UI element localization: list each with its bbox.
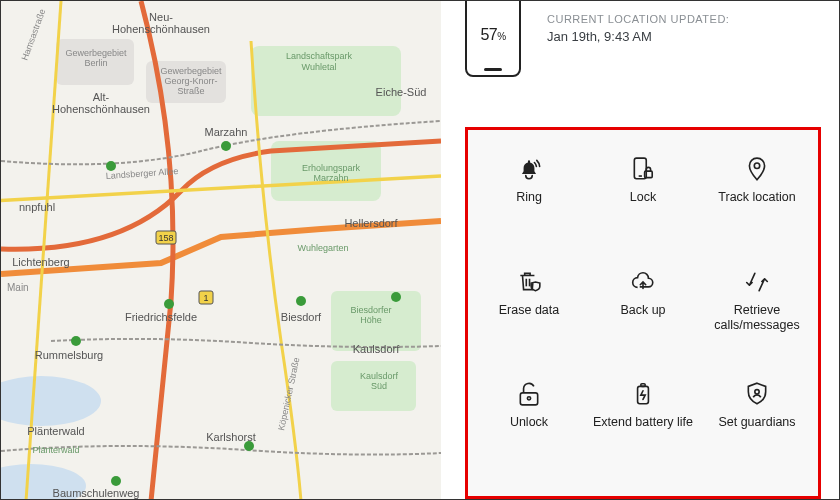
unlock-button[interactable]: Unlock (472, 377, 586, 484)
svg-point-66 (755, 390, 759, 394)
svg-text:Marzahn: Marzahn (205, 126, 248, 138)
svg-text:Karlshorst: Karlshorst (206, 431, 256, 443)
svg-text:Höhe: Höhe (360, 315, 382, 325)
svg-text:1: 1 (203, 293, 208, 303)
svg-text:Erholungspark: Erholungspark (302, 163, 361, 173)
svg-text:Marzahn: Marzahn (313, 173, 348, 183)
svg-text:158: 158 (158, 233, 173, 243)
retrieve-calls-button[interactable]: Retrieve calls/messages (700, 265, 814, 372)
svg-point-59 (754, 163, 759, 168)
backup-button[interactable]: Back up (586, 265, 700, 372)
svg-point-16 (111, 476, 121, 486)
map-canvas: 158 1 Neu- Hohenschönhausen Gewerbegebie… (1, 1, 441, 499)
side-pane: 57% CURRENT LOCATION UPDATED: Jan 19th, … (441, 1, 839, 499)
svg-text:Süd: Süd (371, 381, 387, 391)
ring-icon (516, 156, 542, 182)
svg-rect-65 (641, 384, 645, 387)
svg-text:Wuhletal: Wuhletal (302, 62, 337, 72)
svg-text:Hellersdorf: Hellersdorf (344, 217, 398, 229)
track-location-button[interactable]: Track location (700, 152, 814, 259)
location-pin-icon (744, 156, 770, 182)
svg-text:Kaulsdorf: Kaulsdorf (353, 343, 400, 355)
svg-point-12 (296, 296, 306, 306)
svg-text:Berlin: Berlin (84, 58, 107, 68)
unlock-icon (516, 381, 542, 407)
svg-text:Landschaftspark: Landschaftspark (286, 51, 353, 61)
svg-text:Straße: Straße (177, 86, 204, 96)
svg-text:Biesdorfer: Biesdorfer (350, 305, 391, 315)
svg-text:Main: Main (7, 282, 29, 293)
location-updated-time: Jan 19th, 9:43 AM (547, 29, 729, 44)
svg-text:Hohenschönhausen: Hohenschönhausen (52, 103, 150, 115)
location-meta: CURRENT LOCATION UPDATED: Jan 19th, 9:43… (547, 13, 729, 44)
svg-text:Neu-: Neu- (149, 11, 173, 23)
trash-shield-icon (516, 269, 542, 295)
svg-point-14 (71, 336, 81, 346)
svg-text:Eiche-Süd: Eiche-Süd (376, 86, 427, 98)
svg-text:Gewerbegebiet: Gewerbegebiet (160, 66, 222, 76)
battery-icon (630, 381, 656, 407)
svg-text:Alt-: Alt- (93, 91, 110, 103)
svg-text:Rummelsburg: Rummelsburg (35, 349, 103, 361)
remote-actions-panel: Ring Lock Track location E (465, 127, 821, 499)
svg-text:Hohenschönhausen: Hohenschönhausen (112, 23, 210, 35)
svg-point-10 (221, 141, 231, 151)
svg-text:nnpfuhl: nnpfuhl (19, 201, 55, 213)
svg-text:Gewerbegebiet: Gewerbegebiet (65, 48, 127, 58)
svg-text:Kaulsdorf: Kaulsdorf (360, 371, 399, 381)
extend-battery-button[interactable]: Extend battery life (586, 377, 700, 484)
device-status-row: 57% CURRENT LOCATION UPDATED: Jan 19th, … (465, 0, 821, 77)
svg-rect-62 (520, 393, 537, 405)
ring-button[interactable]: Ring (472, 152, 586, 259)
retrieve-icon (744, 269, 770, 295)
lock-button[interactable]: Lock (586, 152, 700, 259)
erase-data-button[interactable]: Erase data (472, 265, 586, 372)
svg-text:Friedrichsfelde: Friedrichsfelde (125, 311, 197, 323)
location-updated-label: CURRENT LOCATION UPDATED: (547, 13, 729, 25)
svg-text:Plänterwald: Plänterwald (27, 425, 84, 437)
svg-text:Georg-Knorr-: Georg-Knorr- (164, 76, 217, 86)
set-guardians-button[interactable]: Set guardians (700, 377, 814, 484)
svg-point-11 (164, 299, 174, 309)
svg-text:Plänterwald: Plänterwald (32, 445, 79, 455)
phone-icon: 57% (465, 0, 521, 77)
svg-text:Wuhlegarten: Wuhlegarten (298, 243, 349, 253)
svg-text:Baumschulenweg: Baumschulenweg (53, 487, 140, 499)
svg-point-63 (527, 397, 530, 400)
map-pane[interactable]: 158 1 Neu- Hohenschönhausen Gewerbegebie… (1, 1, 441, 499)
svg-text:Biesdorf: Biesdorf (281, 311, 322, 323)
svg-text:Lichtenberg: Lichtenberg (12, 256, 70, 268)
svg-point-13 (391, 292, 401, 302)
battery-percent: 57% (480, 26, 505, 44)
lock-icon (630, 156, 656, 182)
cloud-upload-icon (630, 269, 656, 295)
shield-person-icon (744, 381, 770, 407)
